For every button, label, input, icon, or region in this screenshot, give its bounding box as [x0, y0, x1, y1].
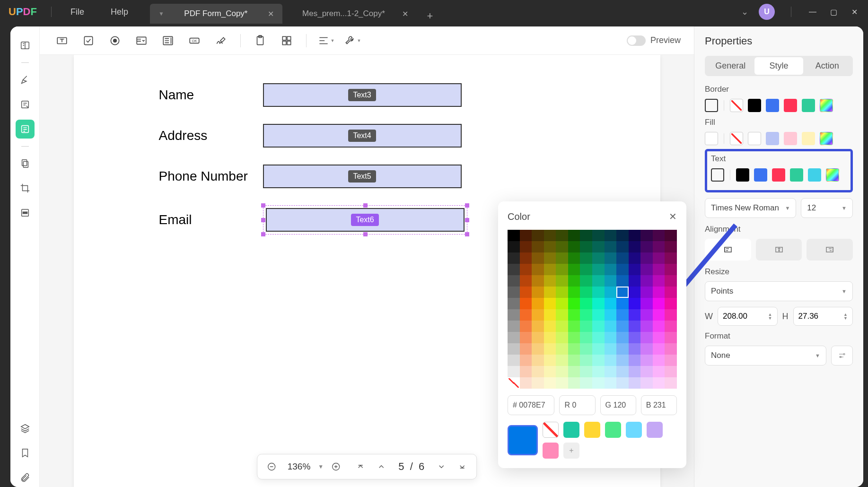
color-cell[interactable]: [605, 230, 617, 241]
color-cell[interactable]: [520, 287, 532, 298]
color-cell[interactable]: [653, 377, 665, 389]
color-cell[interactable]: [508, 343, 520, 355]
color-cell[interactable]: [580, 377, 592, 389]
tab-general[interactable]: General: [706, 57, 754, 75]
color-cell[interactable]: [556, 355, 568, 366]
color-cell[interactable]: [544, 275, 556, 287]
swatch[interactable]: [808, 168, 821, 182]
color-cell[interactable]: [640, 230, 653, 241]
color-cell[interactable]: [616, 230, 629, 241]
color-cell[interactable]: [520, 230, 532, 241]
crop-tool[interactable]: [16, 179, 35, 198]
avatar[interactable]: U: [759, 4, 775, 20]
prev-page-button[interactable]: [373, 458, 390, 475]
color-cell[interactable]: [616, 264, 629, 275]
signature-tool[interactable]: [212, 32, 230, 50]
color-cell[interactable]: [520, 321, 532, 332]
color-cell[interactable]: [616, 355, 629, 366]
font-size-dropdown[interactable]: 12▼: [801, 198, 853, 218]
width-input[interactable]: 208.00▲▼: [718, 307, 778, 326]
color-cell[interactable]: [532, 230, 544, 241]
color-cell[interactable]: [580, 298, 592, 309]
swatch-current[interactable]: [711, 168, 724, 182]
close-icon[interactable]: ✕: [669, 211, 677, 222]
color-cell[interactable]: [640, 332, 653, 343]
color-cell[interactable]: [665, 309, 677, 321]
color-cell[interactable]: [556, 275, 568, 287]
color-cell[interactable]: [592, 309, 605, 321]
color-cell[interactable]: [616, 377, 629, 389]
swatch[interactable]: [772, 168, 785, 182]
color-cell[interactable]: [580, 264, 592, 275]
color-cell[interactable]: [556, 298, 568, 309]
color-cell[interactable]: [532, 298, 544, 309]
color-cell[interactable]: [568, 252, 580, 264]
recent-swatch[interactable]: [584, 422, 600, 438]
color-cell[interactable]: [665, 366, 677, 377]
bookmark-icon[interactable]: [16, 444, 35, 462]
swatch[interactable]: [790, 168, 803, 182]
color-cell[interactable]: [580, 275, 592, 287]
color-cell[interactable]: [556, 321, 568, 332]
color-cell[interactable]: [580, 230, 592, 241]
text-field[interactable]: Text5: [263, 165, 462, 188]
color-cell[interactable]: [605, 355, 617, 366]
color-cell[interactable]: [665, 298, 677, 309]
color-cell[interactable]: [568, 230, 580, 241]
last-page-button[interactable]: [454, 458, 471, 475]
swatch-none[interactable]: [730, 99, 743, 112]
radio-tool[interactable]: [106, 32, 124, 50]
color-cell[interactable]: [616, 287, 629, 298]
color-cell[interactable]: [640, 309, 653, 321]
color-cell[interactable]: [544, 377, 556, 389]
color-cell[interactable]: [544, 355, 556, 366]
color-cell[interactable]: [605, 252, 617, 264]
color-cell[interactable]: [520, 309, 532, 321]
text-field-selected[interactable]: Text6: [266, 208, 465, 232]
color-cell[interactable]: [532, 355, 544, 366]
color-cell[interactable]: [568, 264, 580, 275]
color-cell[interactable]: [653, 309, 665, 321]
color-cell[interactable]: [556, 377, 568, 389]
color-cell[interactable]: [520, 355, 532, 366]
color-cell[interactable]: [544, 287, 556, 298]
align-left-button[interactable]: [705, 239, 751, 261]
color-cell[interactable]: [665, 252, 677, 264]
format-settings-button[interactable]: [831, 346, 853, 365]
color-cell[interactable]: [592, 355, 605, 366]
color-cell[interactable]: [568, 355, 580, 366]
color-cell[interactable]: [556, 241, 568, 252]
color-cell[interactable]: [568, 343, 580, 355]
color-cell[interactable]: [629, 321, 641, 332]
color-cell[interactable]: [592, 230, 605, 241]
text-field[interactable]: Text3: [263, 83, 462, 107]
color-cell[interactable]: [616, 309, 629, 321]
color-cell[interactable]: [544, 343, 556, 355]
color-cell[interactable]: [580, 241, 592, 252]
color-cell[interactable]: [520, 377, 532, 389]
color-cell[interactable]: [653, 275, 665, 287]
color-cell[interactable]: [605, 377, 617, 389]
menu-file[interactable]: File: [57, 7, 97, 17]
color-cell[interactable]: [568, 287, 580, 298]
color-cell[interactable]: [580, 355, 592, 366]
color-cell[interactable]: [508, 275, 520, 287]
color-cell[interactable]: [520, 366, 532, 377]
color-cell[interactable]: [520, 343, 532, 355]
color-cell[interactable]: [544, 252, 556, 264]
color-cell[interactable]: [616, 252, 629, 264]
organize-tool[interactable]: [16, 154, 35, 173]
page-indicator[interactable]: 5 / 6: [394, 461, 429, 473]
align-right-button[interactable]: [807, 239, 853, 261]
swatch-custom[interactable]: [820, 132, 833, 145]
color-cell[interactable]: [520, 264, 532, 275]
color-cell[interactable]: [532, 252, 544, 264]
text-field[interactable]: Text4: [263, 124, 462, 148]
swatch-custom[interactable]: [820, 99, 833, 112]
color-cell[interactable]: [629, 343, 641, 355]
color-cell[interactable]: [508, 332, 520, 343]
color-cell[interactable]: [568, 241, 580, 252]
b-input[interactable]: B 231: [641, 395, 677, 415]
close-icon[interactable]: ✕: [402, 9, 408, 18]
color-cell[interactable]: [605, 275, 617, 287]
